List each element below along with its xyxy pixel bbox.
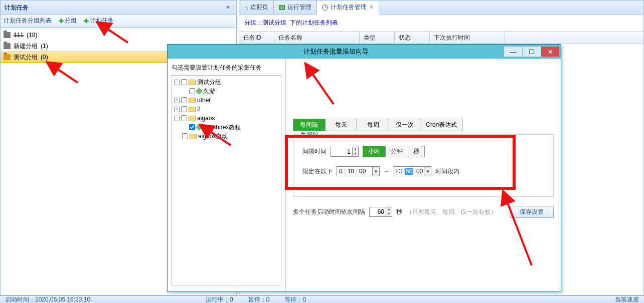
unit-buttons: 小时 分钟 秒 (363, 146, 425, 157)
tree-node[interactable]: +2 (174, 105, 279, 114)
tab-interval[interactable]: 每间隔 (293, 119, 326, 131)
multi-input[interactable] (369, 207, 386, 217)
tree-leaf[interactable]: cheshirex教程 (174, 123, 279, 132)
tab-run[interactable]: 运行管理 (274, 1, 317, 14)
spin-down-icon[interactable]: ▼ (386, 212, 392, 216)
collapse-icon[interactable]: − (174, 116, 180, 121)
left-toolbar: 计划任务分组列表 ✚分组 ✚计划任务 (1, 15, 236, 28)
folder-icon (190, 134, 197, 139)
col-next[interactable]: 下次执行时间 (430, 32, 505, 43)
interval-input[interactable] (331, 147, 353, 157)
tab-schedule[interactable]: 计划任务管理✕ (317, 1, 379, 15)
limit-label: 限定在以下 (302, 167, 333, 176)
multi-spinner[interactable]: ▲▼ (369, 207, 392, 217)
node-checkbox[interactable] (181, 97, 187, 103)
group-list-label: 计划任务分组列表 (4, 17, 52, 25)
plus-icon: ✚ (59, 18, 64, 25)
time-from[interactable]: ▼ (337, 166, 380, 176)
col-id[interactable]: 任务ID (239, 32, 274, 43)
maximize-button[interactable]: ☐ (522, 46, 541, 57)
tree-node[interactable]: −aigaos (174, 114, 279, 123)
node-checkbox[interactable] (181, 79, 187, 85)
col-name[interactable]: 任务名称 (274, 32, 360, 43)
status-waiting: 等待：0 (284, 295, 306, 303)
plus-icon: ✚ (84, 18, 89, 25)
unit-second[interactable]: 秒 (408, 146, 424, 157)
folder-icon (4, 54, 11, 60)
grid-header: 任务ID 任务名称 类型 状态 下次执行时间 (239, 32, 643, 44)
tilde: ～ (384, 167, 390, 176)
tab-welcome[interactable]: ⌂欢迎页 (239, 1, 274, 14)
folder-icon (4, 43, 11, 49)
node-checkbox[interactable] (181, 115, 187, 121)
node-checkbox[interactable] (181, 106, 187, 112)
folder-icon (189, 116, 196, 121)
tree-row-count: (0) (41, 54, 48, 61)
close-button[interactable]: ✕ (541, 46, 560, 57)
interval-spinner[interactable]: ▲▼ (331, 147, 359, 157)
spin-down-icon[interactable]: ▼ (353, 152, 358, 156)
tree-leaf[interactable]: aigaos自动 (174, 132, 279, 141)
tab-weekly[interactable]: 每周 (357, 119, 389, 131)
tab-cron[interactable]: Cron表达式 (421, 119, 462, 131)
dialog-right: 每间隔 每天 每周 仅一次 Cron表达式 每间隔 间隔时间 ▲▼ 小时 分钟 (286, 59, 561, 291)
status-bar: 启动时间：2020.05.05 16:23:10 运行中：0 暂停：0 等待：0… (0, 295, 644, 303)
interval-row: 间隔时间 ▲▼ 小时 分钟 秒 (302, 146, 544, 157)
tree-row-name: 测试分组 (14, 53, 38, 62)
unit-minute[interactable]: 分钟 (386, 146, 408, 157)
leaf-icon (196, 88, 203, 95)
collapse-icon[interactable]: − (174, 80, 180, 85)
multi-unit: 秒 (396, 208, 402, 216)
folder-icon (4, 32, 11, 38)
clock-icon (322, 5, 328, 11)
tree-row[interactable]: 111 (18) (1, 30, 236, 41)
tree-node[interactable]: +other (174, 96, 279, 105)
folder-icon (189, 98, 196, 103)
col-status[interactable]: 状态 (395, 32, 430, 43)
limit-row: 限定在以下 ▼ ～ 23 : 50 : 00 ▼ 时间段内 (302, 166, 544, 176)
schedule-tabs: 每间隔 每天 每周 仅一次 Cron表达式 (293, 119, 462, 131)
dropdown-icon[interactable]: ▼ (372, 167, 379, 176)
save-button[interactable]: 保存设置 (510, 206, 554, 218)
status-start-time: 启动时间：2020.05.05 16:23:10 (5, 295, 90, 303)
expand-icon[interactable]: + (174, 98, 180, 103)
folder-icon (189, 107, 196, 112)
interval-label: 间隔时间 (302, 147, 327, 156)
left-title-text: 计划任务 (5, 4, 29, 11)
tree-leaf[interactable]: 久游 (174, 87, 279, 96)
home-icon: ⌂ (244, 4, 248, 11)
dialog-titlebar[interactable]: 计划任务批量添加向导 ― ☐ ✕ (168, 45, 561, 59)
minimize-button[interactable]: ― (504, 46, 523, 57)
tab-once[interactable]: 仅一次 (389, 119, 421, 131)
node-checkbox[interactable] (182, 133, 188, 139)
add-task-button[interactable]: ✚计划任务 (84, 17, 114, 25)
close-icon[interactable]: ✕ (369, 4, 374, 11)
monitor-icon (279, 5, 285, 10)
status-paused: 暂停：0 (248, 295, 270, 303)
tab-daily[interactable]: 每天 (326, 119, 358, 131)
col-type[interactable]: 类型 (360, 32, 395, 43)
unit-hour[interactable]: 小时 (363, 146, 386, 157)
tree-node[interactable]: −测试分组 (174, 78, 279, 87)
add-group-button[interactable]: ✚分组 (59, 17, 77, 25)
tree-row-name: 新建分组 (14, 42, 38, 51)
node-checkbox[interactable] (189, 88, 195, 94)
expand-icon[interactable]: + (174, 107, 180, 112)
folder-icon (189, 80, 196, 85)
spin-up-icon[interactable]: ▲ (386, 207, 392, 212)
time-to[interactable]: 23 : 50 : 00 ▼ (394, 166, 431, 176)
tree-row-count: (1) (41, 43, 48, 50)
status-speed: 当前速度 (615, 295, 639, 303)
collapse-icon[interactable]: « (226, 4, 233, 11)
dialog-left: 勾选需要设置计划任务的采集任务 −测试分组 久游 +other +2 −aiga… (168, 59, 286, 291)
multi-note: （只对每天、每周、仅一次有效） (406, 208, 497, 216)
status-running: 运行中：0 (206, 295, 233, 303)
leaf-icon (196, 124, 203, 131)
node-checkbox[interactable] (189, 124, 195, 130)
multi-label: 多个任务启动时间依次间隔 (293, 208, 365, 216)
dropdown-icon[interactable]: ▼ (424, 167, 431, 176)
spin-up-icon[interactable]: ▲ (353, 147, 358, 152)
limit-suffix: 时间段内 (435, 167, 459, 176)
tree-row-count: (18) (27, 32, 37, 39)
tabs-bar: ⌂欢迎页 运行管理 计划任务管理✕ (239, 1, 643, 15)
